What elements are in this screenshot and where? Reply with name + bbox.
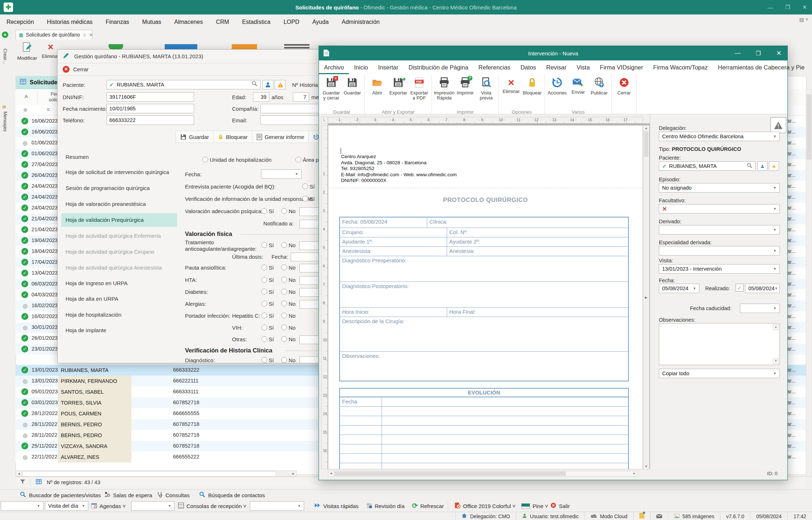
menu-item-ayuda[interactable]: Ayuda <box>306 19 335 25</box>
salir-button[interactable]: Salir <box>550 501 570 511</box>
combo-empty-2[interactable]: ▼ <box>131 501 174 511</box>
crear-vertical-tab[interactable]: Crear... <box>3 48 8 64</box>
create-new-icon[interactable]: + <box>2 31 8 38</box>
patient-card-icon[interactable] <box>262 80 273 89</box>
ribbon-tab-inicio[interactable]: Inicio <box>349 61 373 74</box>
shortcut-búsqueda-de-contactos[interactable]: Búsqueda de contactos <box>199 490 265 500</box>
radio-si[interactable]: Sí <box>302 196 315 202</box>
menu-item-mutuas[interactable]: Mutuas <box>136 19 168 25</box>
warning-icon[interactable] <box>769 161 779 171</box>
ribbon-tab-datos[interactable]: Datos <box>516 61 541 74</box>
menu-item-lopd[interactable]: LOPD <box>277 19 306 25</box>
ribbon-button-imprimir[interactable]: ?Imprimir <box>455 76 475 96</box>
radio-no[interactable]: No <box>281 289 295 295</box>
radio-si[interactable]: Sí <box>261 242 274 248</box>
minimize-icon[interactable]: — <box>767 4 773 10</box>
warning-icon[interactable] <box>275 80 286 89</box>
radio-si[interactable]: Sí <box>261 277 274 283</box>
evolucion-row[interactable] <box>340 406 628 416</box>
evolucion-row[interactable] <box>340 425 628 435</box>
menu-item-historias-m-dicas[interactable]: Historias médicas <box>41 19 99 25</box>
generar-informe-button[interactable]: Generar informe <box>252 131 309 143</box>
ribbon-button-bloquear[interactable]: Bloquear <box>522 76 542 96</box>
ribbon-tab-revisar[interactable]: Revisar <box>541 61 572 74</box>
ribbon-button-eliminar[interactable]: ×Eliminar <box>501 76 521 94</box>
derivado-select[interactable]: ▼ <box>659 225 780 234</box>
menu-item-estad-stica[interactable]: Estadística <box>236 19 277 25</box>
visita-select[interactable]: 13/01/2023 - Intervención▼ <box>659 264 780 274</box>
nav-item-2[interactable]: Sesión de programación quirúrgica <box>66 185 174 196</box>
ribbon-button-abrir[interactable]: Abrir <box>367 76 387 96</box>
ribbon-button-guardar[interactable]: Guardar <box>342 76 362 96</box>
bloquear-button[interactable]: Bloquear <box>214 131 252 143</box>
paciente-input[interactable]: ✓RUBIANES, MARTA <box>659 161 756 171</box>
ribbon-button-exportar-a-pdf[interactable]: PDFExportar a PDF <box>409 76 429 101</box>
document-page[interactable]: Centro AranjuezAvda. Diagonal, 25 - 0802… <box>328 125 643 469</box>
menu-item-crm[interactable]: CRM <box>209 19 235 25</box>
realizado-fecha-select[interactable]: 05/08/2024▼ <box>745 284 780 293</box>
ribbon-button-guardar-y-cerrar[interactable]: ×Guardar y cerrar <box>321 76 341 101</box>
close-icon[interactable]: ✕ <box>802 4 807 10</box>
menu-item-recepci-n[interactable]: Recepción <box>0 19 41 25</box>
search-icon[interactable] <box>252 80 257 89</box>
window-layout-icon[interactable]: ▤ ˅ <box>799 17 808 22</box>
filter-funnel-icon[interactable] <box>20 479 25 485</box>
ribbon-tab-insertar[interactable]: Insertar <box>373 61 404 74</box>
radio-no[interactable]: No <box>281 242 295 248</box>
consolas-button[interactable]: Consolas de recepción ˅ <box>178 501 247 511</box>
pine-skin-select[interactable]: Pine ˅ <box>521 501 548 511</box>
radio-si[interactable]: Sí <box>261 357 274 363</box>
edad-input[interactable]: 39 <box>253 92 269 102</box>
evolucion-row[interactable] <box>340 463 628 469</box>
ribbon-tab-archivo[interactable]: Archivo <box>319 61 349 74</box>
protocolo-table[interactable]: Fecha: 05/08/2024Clínica:Cirujano:Col. N… <box>339 217 629 381</box>
meses-input[interactable]: 7 <box>293 92 309 102</box>
page-vertical-scrollbar[interactable]: ▲ ▶ ▼ <box>643 125 649 469</box>
nav-item-3[interactable]: Hoja de valoración preanestésica <box>66 201 174 212</box>
fecha-select[interactable]: 05/08/2024▼ <box>659 284 699 293</box>
cerrar-button[interactable]: Cerrar <box>73 66 89 72</box>
copiar-todo-select[interactable]: Copiar todo▼ <box>659 369 780 378</box>
ribbon-button-cerrar[interactable]: Cerrar <box>614 76 634 96</box>
close-icon[interactable]: ✕ <box>776 49 782 57</box>
telefono-input[interactable]: 666333222 <box>106 115 194 125</box>
ribbon-button-vista-previa[interactable]: Vista previa <box>476 76 496 101</box>
especialidad-select[interactable]: ▼ <box>659 246 780 255</box>
refrescar-button[interactable]: ⟳Refrescar <box>412 501 444 511</box>
nav-item-6[interactable]: Hoja de actividad quirúrgica Cirujano <box>66 249 174 259</box>
radio-unidad-hospitalizacion[interactable]: Unidad de hospitalización <box>202 157 272 163</box>
nav-item-1[interactable]: Hoja de solicitud de intervención quirúr… <box>66 169 174 180</box>
revision-dia-button[interactable]: Revisión día <box>366 501 405 511</box>
fecha-select[interactable]: ▼ <box>261 169 302 179</box>
nav-item-5[interactable]: Hoja de actividad quirúrgica Enfermería <box>66 233 174 244</box>
minimize-icon[interactable]: — <box>735 50 741 56</box>
ribbon-button-impresión-rápida[interactable]: Impresión Rápida <box>434 76 454 101</box>
nav-item-11[interactable]: Hoja de implante <box>66 327 174 338</box>
shortcut-buscador-de-pacientes-visitas[interactable]: Buscador de pacientes/visitas <box>20 490 101 500</box>
radio-no[interactable]: No <box>281 277 295 283</box>
ribbon-tab-herramientas-de-cabecera-y-pie[interactable]: Herramientas de Cabecera y Pie <box>713 61 809 74</box>
ribbon-tab-distribuci-n-de-p-gina[interactable]: Distribución de Página <box>404 61 474 74</box>
warning-button[interactable] <box>770 117 786 133</box>
nav-item-8[interactable]: Hoja de Ingreso en URPA <box>66 280 174 291</box>
mensajes-vertical-tab[interactable]: Mensajes <box>3 111 8 132</box>
evolucion-row[interactable] <box>340 416 628 425</box>
facultativo-select[interactable]: ✕▼ <box>659 204 780 214</box>
pin-icon[interactable]: ⊹ <box>83 32 87 38</box>
shortcut-consultas[interactable]: Consultas <box>157 490 190 500</box>
visitas-rapidas-button[interactable]: Visitas rápidas <box>314 501 358 511</box>
paciente-input[interactable]: ✓RUBIANES, MARTA <box>106 80 260 89</box>
radio-si[interactable]: Sí <box>261 289 274 295</box>
ribbon-tab-referencias[interactable]: Referencias <box>474 61 516 74</box>
combo-empty-1[interactable]: ▼ <box>1 501 43 511</box>
radio-no[interactable]: No <box>281 265 295 271</box>
ribbon-button-acciones[interactable]: Acciones <box>547 76 567 96</box>
modificar-button[interactable]: Modificar <box>16 42 39 61</box>
menu-item-finanzas[interactable]: Finanzas <box>99 19 136 25</box>
radio-si[interactable]: Sí <box>261 301 274 307</box>
combo-empty-3[interactable]: ▼ <box>250 501 304 511</box>
menu-item-almacenes[interactable]: Almacenes <box>168 19 209 25</box>
ribbon-button-enviar[interactable]: Enviar <box>568 76 588 95</box>
vertical-scrollbar[interactable] <box>806 89 812 477</box>
evolucion-row[interactable] <box>340 444 628 453</box>
